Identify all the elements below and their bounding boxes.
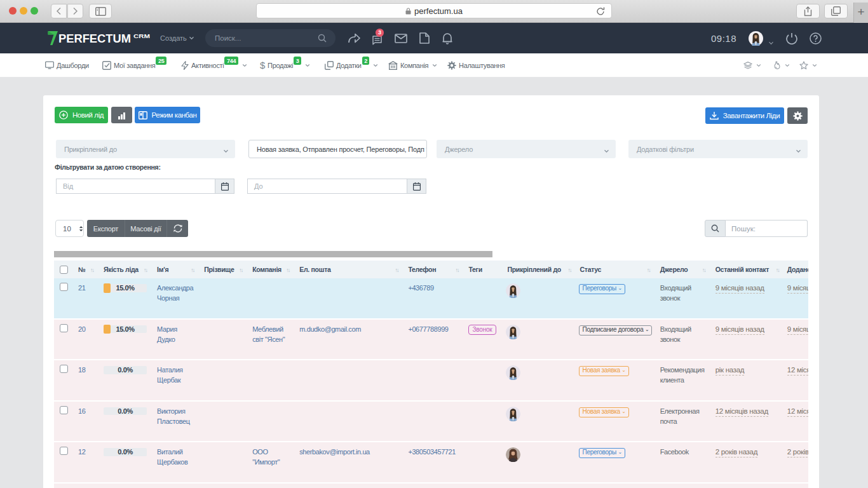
svg-text:PERFECTUM: PERFECTUM	[58, 32, 131, 45]
svg-text:CRM: CRM	[133, 32, 150, 39]
